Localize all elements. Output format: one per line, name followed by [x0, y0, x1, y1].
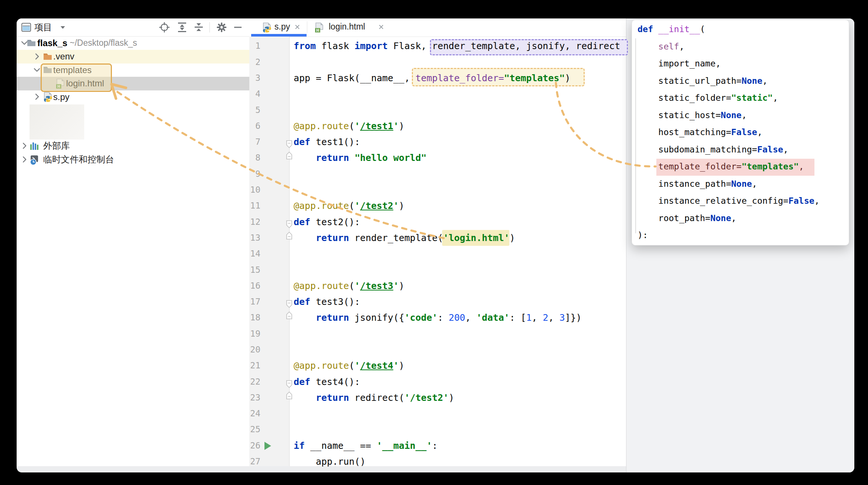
chevron-right-icon[interactable] — [20, 155, 29, 166]
popup-line-12: root_path=None, — [638, 210, 820, 227]
run-icon[interactable] — [263, 441, 272, 452]
line-number-2[interactable]: 2 — [249, 54, 260, 70]
chevron-down-icon[interactable] — [58, 18, 68, 36]
line-number-9[interactable]: 9 — [249, 166, 260, 182]
code-line-6[interactable]: @app.route('/test1') — [294, 118, 620, 134]
line-number-3[interactable]: 3 — [249, 70, 260, 86]
code-line-21[interactable]: @app.route('/test4') — [294, 358, 620, 374]
code-line-15[interactable] — [294, 262, 620, 278]
fold-marker-icon[interactable] — [286, 380, 292, 389]
expand-all-icon[interactable] — [177, 18, 188, 36]
tree-item-flask-s[interactable]: flask_s ~/Desktop/flask_s — [17, 36, 249, 50]
fold-marker-icon[interactable] — [286, 392, 292, 401]
code-line-16[interactable]: @app.route('/test3') — [294, 278, 620, 294]
templates-highlight-box — [41, 63, 112, 92]
code-line-23[interactable]: return redirect('/test2') — [294, 390, 620, 406]
line-number-12[interactable]: 12 — [249, 214, 260, 230]
code-text[interactable]: from flask import Flask, render_template… — [294, 38, 620, 469]
hide-panel-icon[interactable] — [232, 18, 243, 36]
chevron-right-icon[interactable] — [20, 141, 29, 152]
line-number-14[interactable]: 14 — [249, 246, 260, 262]
line-number-11[interactable]: 11 — [249, 198, 260, 214]
tab-label: login.html — [329, 18, 365, 35]
tree-item--venv[interactable]: .venv — [17, 50, 249, 63]
scratches-icon — [29, 154, 40, 167]
line-number-21[interactable]: 21 — [249, 358, 260, 374]
line-number-20[interactable]: 20 — [249, 342, 260, 358]
code-line-11[interactable]: @app.route('/test2') — [294, 198, 620, 214]
code-line-5[interactable] — [294, 102, 620, 118]
line-number-10[interactable]: 10 — [249, 182, 260, 198]
line-number-6[interactable]: 6 — [249, 118, 260, 134]
code-line-1[interactable]: from flask import Flask, render_template… — [294, 38, 620, 54]
code-line-17[interactable]: def test3(): — [294, 294, 620, 310]
line-number-27[interactable]: 27 — [249, 454, 260, 469]
line-number-13[interactable]: 13 — [249, 230, 260, 246]
tab-login-html[interactable]: Hlogin.html — [307, 18, 390, 37]
code-line-2[interactable] — [294, 54, 620, 70]
chevron-right-icon[interactable] — [32, 92, 42, 103]
code-line-14[interactable] — [294, 246, 620, 262]
line-number-24[interactable]: 24 — [249, 406, 260, 422]
collapse-all-icon[interactable] — [193, 18, 204, 36]
close-icon[interactable] — [377, 23, 385, 32]
code-line-19[interactable] — [294, 326, 620, 342]
line-number-8[interactable]: 8 — [249, 150, 260, 166]
code-line-27[interactable]: app.run() — [294, 454, 620, 469]
fold-marker-icon[interactable] — [286, 140, 292, 149]
code-line-13[interactable]: return render_template('login.html') — [294, 230, 620, 246]
line-number-4[interactable]: 4 — [249, 86, 260, 102]
code-line-22[interactable]: def test4(): — [294, 374, 620, 390]
code-line-24[interactable] — [294, 406, 620, 422]
popup-line-1: def __init__( — [638, 21, 820, 38]
tree-item-label: 临时文件和控制台 — [43, 153, 114, 166]
libraries-icon — [29, 141, 40, 153]
settings-gear-icon[interactable] — [216, 18, 227, 36]
line-number-15[interactable]: 15 — [249, 262, 260, 278]
line-number-1[interactable]: 1 — [249, 38, 260, 54]
code-line-10[interactable] — [294, 182, 620, 198]
fold-marker-icon[interactable] — [286, 300, 292, 309]
code-line-4[interactable] — [294, 86, 620, 102]
code-line-12[interactable]: def test2(): — [294, 214, 620, 230]
popup-signature-text: def __init__( self, import_name, static_… — [638, 21, 820, 244]
popup-line-3: import_name, — [638, 55, 820, 72]
line-number-5[interactable]: 5 — [249, 102, 260, 118]
code-line-18[interactable]: return jsonify({'code': 200, 'data': [1,… — [294, 310, 620, 326]
fold-marker-icon[interactable] — [286, 220, 292, 230]
project-panel-title[interactable]: 项目 — [34, 18, 52, 36]
popup-line-5: static_folder="static", — [638, 89, 820, 107]
header-divider — [209, 18, 210, 36]
locate-file-icon[interactable] — [159, 18, 170, 36]
code-line-8[interactable]: return "hello world" — [294, 150, 620, 166]
folder-gray-icon — [26, 38, 37, 49]
line-number-25[interactable]: 25 — [249, 422, 260, 437]
code-line-3[interactable]: app = Flask(__name__, template_folder="t… — [294, 70, 620, 86]
chevron-right-icon[interactable] — [32, 52, 42, 63]
editor-tab-bar: s.pyHlogin.html — [249, 18, 626, 37]
code-line-20[interactable] — [294, 342, 620, 358]
line-number-7[interactable]: 7 — [249, 134, 260, 150]
tree-item-external-libraries[interactable]: 外部库 — [17, 139, 249, 153]
line-number-16[interactable]: 16 — [249, 278, 260, 294]
tab-s-py[interactable]: s.py — [251, 18, 307, 37]
code-line-9[interactable] — [294, 166, 620, 182]
fold-marker-icon[interactable] — [286, 152, 292, 161]
line-numbers[interactable]: 1234567891011121314151617181920212223242… — [249, 38, 260, 469]
line-number-23[interactable]: 23 — [249, 390, 260, 406]
code-line-7[interactable]: def test1(): — [294, 134, 620, 150]
close-icon[interactable] — [293, 23, 301, 32]
code-line-26[interactable]: if __name__ == '__main__': — [294, 438, 620, 454]
tree-item-scratches-and-consoles[interactable]: 临时文件和控制台 — [17, 153, 249, 166]
line-number-19[interactable]: 19 — [249, 326, 260, 342]
line-number-17[interactable]: 17 — [249, 294, 260, 310]
line-number-26[interactable]: 26 — [249, 438, 260, 454]
fold-marker-icon[interactable] — [286, 232, 292, 241]
fold-marker-icon[interactable] — [286, 312, 292, 321]
line-number-18[interactable]: 18 — [249, 310, 260, 326]
popup-line-8: subdomain_matching=False, — [638, 141, 820, 158]
code-line-25[interactable] — [294, 422, 620, 437]
tree-item-s-py[interactable]: s.py — [17, 90, 249, 104]
line-number-22[interactable]: 22 — [249, 374, 260, 390]
project-tool-icon[interactable] — [20, 18, 32, 36]
